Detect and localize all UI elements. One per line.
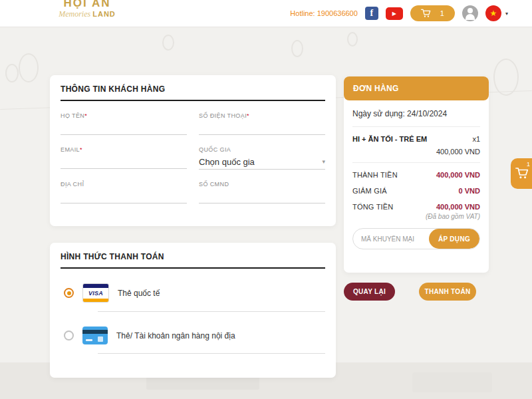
chevron-down-icon: ▾: [322, 158, 325, 165]
subtotal-row: THÀNH TIỀN 400,000 VND: [352, 171, 480, 179]
radio-international[interactable]: [64, 288, 74, 298]
id-number-input[interactable]: [199, 188, 325, 203]
customer-info-title: THÔNG TIN KHÁCH HÀNG: [61, 84, 325, 94]
field-email: EMAIL*: [61, 146, 187, 170]
discount-label: GIẢM GIÁ: [352, 187, 387, 195]
cart-icon: [421, 9, 431, 18]
required-mark: *: [80, 146, 82, 153]
vat-note: (Đã bao gồm VAT): [352, 213, 480, 220]
youtube-icon[interactable]: ▶: [386, 7, 403, 20]
divider: [98, 311, 325, 312]
checkout-page: HỘI AN Memories LAND Hotline: 1900636600…: [0, 0, 532, 399]
promo-code-box: ÁP DỤNG: [352, 228, 480, 249]
item-price: 400,000 VND: [352, 148, 480, 156]
logo-land-text: LAND: [92, 10, 116, 18]
field-ho-ten: HỌ TÊN*: [61, 112, 187, 135]
required-mark: *: [247, 112, 249, 119]
site-header: HỘI AN Memories LAND Hotline: 1900636600…: [0, 0, 532, 27]
field-so-cmnd: SỐ CMND: [199, 181, 325, 203]
payment-option-label: Thẻ quốc tế: [118, 289, 160, 298]
title-rule: [61, 267, 325, 269]
order-summary-title: ĐƠN HÀNG: [344, 76, 489, 100]
cart-icon: [515, 167, 529, 180]
divider: [98, 353, 325, 354]
radio-domestic[interactable]: [64, 331, 74, 340]
address-input[interactable]: [61, 188, 187, 203]
field-label: HỌ TÊN: [61, 112, 84, 119]
country-select[interactable]: Chọn quốc gia ▾: [199, 154, 325, 170]
customer-form-grid: HỌ TÊN* SỐ ĐIỆN THOẠI* EMAIL* QUỐC GIA C…: [61, 101, 325, 203]
field-dia-chi: ĐỊA CHỈ: [61, 181, 187, 203]
visa-logo-text: VISA: [83, 288, 108, 299]
total-value: 400,000 VND: [436, 203, 480, 211]
language-flag-icon[interactable]: ★: [485, 5, 501, 21]
field-label: ĐỊA CHỈ: [61, 181, 84, 188]
domestic-card-icon: [82, 327, 108, 344]
total-label: TỔNG TIỀN: [352, 203, 394, 211]
payment-option-label: Thẻ/ Tài khoản ngân hàng nội địa: [116, 331, 235, 340]
full-name-input[interactable]: [61, 119, 187, 135]
phone-input[interactable]: [199, 119, 325, 135]
order-item-row: HI + ĂN TỐI - TRẺ EM x1 400,000 VND: [352, 127, 480, 163]
header-actions: Hotline: 1900636600 f ▶ 1 ★ ▾: [290, 0, 508, 27]
visa-card-icon: VISA: [82, 283, 109, 303]
floating-cart-count: 1: [527, 161, 530, 168]
logo-text-line2: Memories LAND: [44, 10, 130, 18]
field-label: SỐ CMND: [199, 181, 229, 188]
payment-option-domestic[interactable]: Thẻ/ Tài khoản ngân hàng nội địa: [61, 327, 325, 344]
payment-option-international[interactable]: VISA Thẻ quốc tế: [61, 283, 325, 303]
site-logo[interactable]: HỘI AN Memories LAND: [44, 0, 130, 18]
header-cart-count: 1: [440, 9, 444, 17]
header-cart-button[interactable]: 1: [410, 5, 455, 21]
customer-info-card: THÔNG TIN KHÁCH HÀNG HỌ TÊN* SỐ ĐIỆN THO…: [50, 75, 336, 226]
payment-method-title: HÌNH THỨC THANH TOÁN: [61, 252, 325, 261]
promo-code-input[interactable]: [353, 235, 429, 243]
usage-date: Ngày sử dụng: 24/10/2024: [352, 100, 480, 127]
field-so-dien-thoai: SỐ ĐIỆN THOẠI*: [199, 112, 325, 135]
field-label: EMAIL: [61, 146, 80, 153]
country-select-value: Chọn quốc gia: [199, 157, 255, 167]
subtotal-value: 400,000 VND: [436, 171, 480, 179]
required-mark: *: [84, 112, 87, 119]
account-icon[interactable]: [462, 5, 478, 21]
field-label: QUỐC GIA: [199, 146, 231, 153]
apply-promo-button[interactable]: ÁP DỤNG: [429, 229, 479, 249]
email-input[interactable]: [61, 153, 187, 169]
order-summary-card: ĐƠN HÀNG Ngày sử dụng: 24/10/2024 HI + Ă…: [344, 76, 489, 273]
item-name: HI + ĂN TỐI - TRẺ EM: [352, 135, 427, 143]
floating-cart-button[interactable]: 1: [511, 158, 532, 189]
item-quantity: x1: [472, 135, 480, 143]
total-row: TỔNG TIỀN 400,000 VND: [352, 203, 480, 211]
back-button[interactable]: QUAY LẠI: [344, 283, 395, 301]
pay-button[interactable]: THANH TOÁN: [419, 283, 476, 301]
field-quoc-gia: QUỐC GIA Chọn quốc gia ▾: [199, 146, 325, 170]
subtotal-label: THÀNH TIỀN: [352, 171, 398, 179]
discount-row: GIẢM GIÁ 0 VND: [352, 187, 480, 195]
facebook-icon[interactable]: f: [365, 7, 378, 20]
payment-method-card: HÌNH THỨC THANH TOÁN VISA Thẻ quốc tế Th…: [50, 243, 336, 378]
language-caret-icon[interactable]: ▾: [505, 11, 508, 17]
logo-text-line1: HỘI AN: [44, 0, 130, 9]
field-label: SỐ ĐIỆN THOẠI: [199, 112, 247, 119]
hotline-text: Hotline: 1900636600: [290, 9, 358, 17]
logo-script-text: Memories: [59, 9, 90, 19]
discount-value: 0 VND: [459, 187, 480, 195]
